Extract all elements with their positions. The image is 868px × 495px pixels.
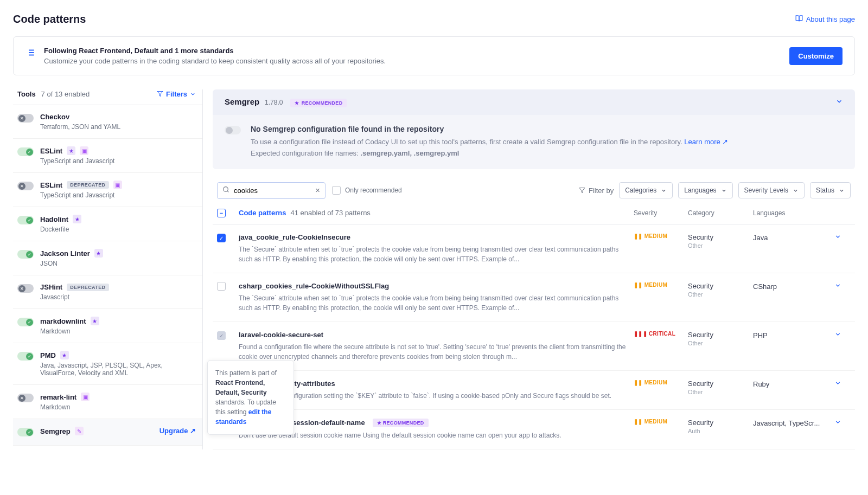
pattern-checkbox[interactable] bbox=[217, 282, 226, 291]
tool-toggle[interactable]: ✓ bbox=[17, 352, 34, 361]
tool-name: ESLint bbox=[40, 181, 62, 189]
learn-more-link[interactable]: Learn more ↗ bbox=[684, 138, 728, 146]
pattern-tooltip: This pattern is part of React Frontend, … bbox=[207, 360, 294, 435]
category-sub: Other bbox=[688, 291, 753, 298]
search-input[interactable] bbox=[217, 182, 326, 199]
star-badge-icon: ★ bbox=[67, 146, 75, 155]
category-main: Security bbox=[688, 419, 753, 427]
tool-langs: Terraform, JSON and YAML bbox=[40, 123, 196, 131]
tool-toggle[interactable]: ✓ bbox=[17, 318, 34, 326]
config-badge-icon: ▣ bbox=[81, 393, 90, 401]
about-link-text: About this page bbox=[806, 15, 855, 23]
tool-toggle[interactable]: ✓ bbox=[17, 216, 34, 224]
upgrade-link[interactable]: Upgrade ↗ bbox=[159, 427, 196, 435]
pattern-langs: Ruby bbox=[753, 380, 769, 388]
status-dropdown[interactable]: Status bbox=[810, 182, 851, 198]
expand-pattern-button[interactable] bbox=[834, 233, 841, 242]
star-badge-icon: ★ bbox=[94, 249, 103, 258]
category-sub: Other bbox=[688, 389, 753, 395]
only-recommended-checkbox[interactable]: Only recommended bbox=[332, 186, 402, 195]
pattern-langs: Java bbox=[753, 234, 768, 242]
severity-badge: ❚❚ MEDIUM bbox=[634, 419, 688, 425]
table-header: − Code patterns41 enabled of 73 patterns… bbox=[213, 209, 855, 224]
pattern-row: ✓ laravel-cookie-secure-set Found a conf… bbox=[213, 322, 855, 371]
tool-name: PMD bbox=[40, 351, 56, 359]
svg-marker-6 bbox=[157, 92, 163, 97]
collapse-button[interactable] bbox=[835, 98, 843, 107]
svg-line-8 bbox=[227, 191, 228, 192]
clear-search-icon[interactable]: ✕ bbox=[315, 187, 320, 194]
deprecated-badge: DEPRECATED bbox=[67, 284, 108, 291]
tool-header-title: Semgrep bbox=[225, 97, 259, 106]
config-notice-title: No Semgrep configuration file found in t… bbox=[251, 125, 728, 133]
star-badge-icon: ★ bbox=[91, 317, 99, 325]
tool-toggle[interactable]: ✕ bbox=[17, 114, 34, 123]
list-icon bbox=[25, 48, 35, 60]
banner-subtitle: Customize your code patterns in the codi… bbox=[44, 57, 386, 65]
tool-header: Semgrep 1.78.0 ★ RECOMMENDED bbox=[213, 89, 855, 115]
expand-pattern-button[interactable] bbox=[834, 380, 841, 388]
tool-langs: Javascript bbox=[40, 293, 196, 301]
category-main: Security bbox=[688, 282, 753, 290]
tool-row[interactable]: ✓ markdownlint ★ Markdown bbox=[13, 309, 202, 343]
tool-toggle[interactable]: ✕ bbox=[17, 284, 34, 293]
pencil-badge-icon: ✎ bbox=[75, 427, 84, 435]
category-sub: Other bbox=[688, 242, 753, 249]
expand-pattern-button[interactable] bbox=[834, 282, 841, 291]
star-badge-icon: ★ bbox=[60, 351, 69, 359]
tool-row[interactable]: ✕ Checkov Terraform, JSON and YAML bbox=[13, 105, 202, 139]
tool-row[interactable]: ✕ JSHint DEPRECATED Javascript bbox=[13, 275, 202, 309]
recommended-badge: ★ RECOMMENDED bbox=[373, 419, 429, 427]
config-badge-icon: ▣ bbox=[80, 146, 88, 155]
tool-langs: TypeScript and Javascript bbox=[40, 157, 196, 165]
customize-button[interactable]: Customize bbox=[789, 47, 843, 65]
tool-row[interactable]: ✓ Jackson Linter ★ JSON bbox=[13, 241, 202, 275]
tool-langs: JSON bbox=[40, 260, 196, 267]
severity-badge: ❚❚❚ CRITICAL bbox=[634, 331, 688, 337]
pattern-checkbox[interactable]: ✓ bbox=[217, 234, 226, 242]
expand-pattern-button[interactable] bbox=[834, 331, 841, 339]
languages-dropdown[interactable]: Languages bbox=[678, 182, 732, 198]
pattern-langs: PHP bbox=[753, 331, 768, 339]
category-main: Security bbox=[688, 233, 753, 241]
tool-langs: Dockerfile bbox=[40, 226, 196, 233]
category-sub: Other bbox=[688, 340, 753, 346]
filters-button[interactable]: Filters bbox=[157, 90, 196, 98]
config-notice-text: To use a configuration file instead of C… bbox=[251, 137, 728, 159]
pattern-langs: Javascript, TypeScr... bbox=[753, 419, 820, 427]
severity-dropdown[interactable]: Severity Levels bbox=[738, 182, 805, 198]
tool-name: JSHint bbox=[40, 283, 62, 291]
pattern-desc: _store` session configuration setting th… bbox=[239, 391, 634, 401]
tool-langs: Markdown bbox=[40, 403, 196, 411]
sidebar-count: 7 of 13 enabled bbox=[41, 90, 90, 98]
expand-pattern-button[interactable] bbox=[834, 419, 841, 427]
pattern-desc: The `Secure` attribute when set to `true… bbox=[239, 293, 634, 313]
tool-name: Semgrep bbox=[40, 427, 71, 435]
pattern-checkbox[interactable]: ✓ bbox=[217, 331, 226, 340]
tool-row[interactable]: ✕ remark-lint ▣ Markdown bbox=[13, 385, 202, 419]
tool-toggle[interactable]: ✓ bbox=[17, 250, 34, 259]
pattern-desc: The `Secure` attribute when set to `true… bbox=[239, 245, 634, 264]
pattern-desc: Found a configuration file where the sec… bbox=[239, 342, 634, 362]
pattern-name: laravel-cookie-secure-set bbox=[239, 331, 634, 339]
tool-toggle[interactable]: ✓ bbox=[17, 147, 34, 156]
tool-toggle[interactable]: ✓ bbox=[17, 428, 34, 436]
select-all-checkbox[interactable]: − bbox=[217, 209, 226, 217]
recommended-badge: ★ RECOMMENDED bbox=[290, 99, 347, 107]
about-link[interactable]: About this page bbox=[795, 15, 855, 24]
category-sub: Auth bbox=[688, 428, 753, 434]
tool-row[interactable]: ✓ Semgrep ✎ Upgrade ↗ bbox=[13, 419, 202, 446]
edit-standards-link[interactable]: edit the standards bbox=[215, 408, 271, 426]
tool-row[interactable]: ✓ ESLint ★▣ TypeScript and Javascript bbox=[13, 139, 202, 173]
filters-label: Filters bbox=[166, 90, 187, 98]
tool-row[interactable]: ✓ PMD ★ Java, Javascript, JSP, PLSQL, SQ… bbox=[13, 343, 202, 385]
col-patterns-label[interactable]: Code patterns bbox=[239, 209, 286, 217]
tool-row[interactable]: ✕ ESLint DEPRECATED▣ TypeScript and Java… bbox=[13, 173, 202, 207]
tool-toggle[interactable]: ✕ bbox=[17, 182, 34, 190]
tool-row[interactable]: ✓ Hadolint ★ Dockerfile bbox=[13, 207, 202, 241]
categories-dropdown[interactable]: Categories bbox=[619, 182, 673, 198]
tool-toggle[interactable]: ✕ bbox=[17, 394, 34, 402]
config-file-toggle[interactable] bbox=[225, 126, 241, 134]
tool-name: Jackson Linter bbox=[40, 249, 90, 258]
pattern-row: ✓ e-session-security-attributes _store` … bbox=[213, 371, 855, 410]
